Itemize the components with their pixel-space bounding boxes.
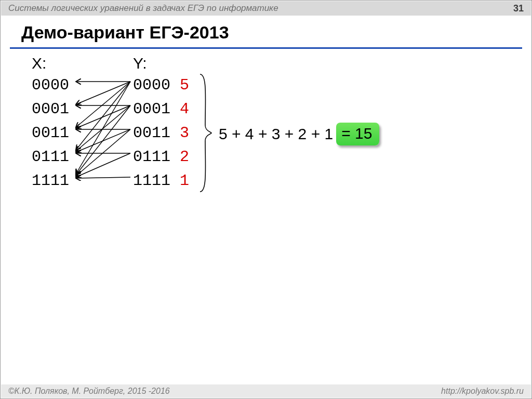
page-number: 31 <box>513 3 524 14</box>
svg-line-7 <box>76 105 130 151</box>
svg-line-4 <box>76 82 130 174</box>
svg-line-1 <box>76 82 130 104</box>
column-y: Y: 0000 5 0001 4 0011 3 0111 2 1111 1 <box>133 52 189 193</box>
header-title: Системы логических уравнений в задачах Е… <box>8 3 278 14</box>
column-y-row: 0111 2 <box>133 145 189 169</box>
column-y-row: 0011 3 <box>133 121 189 145</box>
column-y-row: 0000 5 <box>133 73 189 97</box>
column-y-row: 0001 4 <box>133 97 189 121</box>
sum-expression: 5 + 4 + 3 + 2 + 1 = 15 <box>219 123 379 145</box>
mapping-arrows <box>32 71 133 206</box>
footer-bar: ©К.Ю. Поляков, М. Ройтберг, 2015 -2016 h… <box>1 384 531 398</box>
sum-terms: 5 + 4 + 3 + 2 + 1 <box>219 125 333 143</box>
svg-line-2 <box>76 82 130 127</box>
column-y-label: Y: <box>133 55 189 72</box>
right-brace-icon <box>198 73 212 193</box>
slide-title: Демо-вариант ЕГЭ-2013 <box>21 22 229 43</box>
footer-copyright: ©К.Ю. Поляков, М. Ройтберг, 2015 -2016 <box>8 387 170 396</box>
column-y-row: 1111 1 <box>133 169 189 193</box>
header-bar: Системы логических уравнений в задачах Е… <box>1 1 531 16</box>
svg-line-10 <box>76 129 130 152</box>
slide: Системы логических уравнений в задачах Е… <box>0 0 532 399</box>
svg-line-6 <box>76 105 130 128</box>
svg-line-11 <box>76 129 130 176</box>
sum-result-badge: = 15 <box>336 123 379 145</box>
footer-url: http://kpolyakov.spb.ru <box>441 387 524 396</box>
title-underline <box>10 47 522 49</box>
column-x-label: X: <box>32 55 69 72</box>
svg-line-14 <box>76 177 130 178</box>
